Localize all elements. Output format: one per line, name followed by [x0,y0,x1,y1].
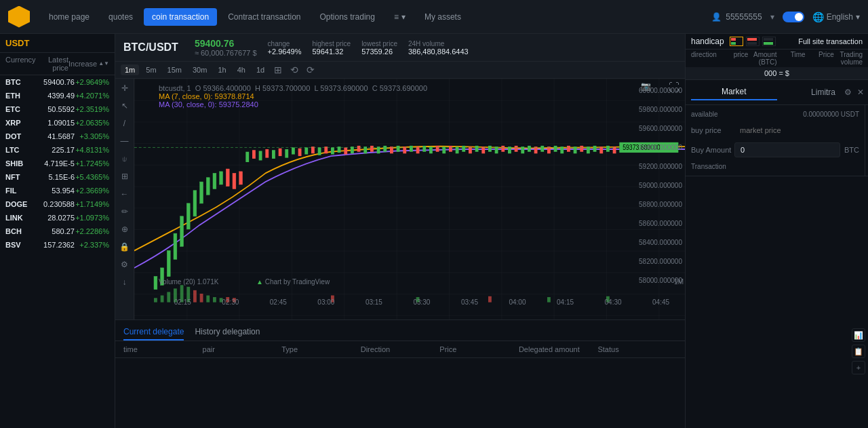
list-item[interactable]: SHIB 4.719E-5 +1.7245% [0,157,115,170]
coin-price: 50.5592 [40,105,75,113]
list-item[interactable]: FIL 53.954 +2.3669% [0,184,115,197]
coin-name: BTC [5,78,40,86]
lock-tool[interactable]: 🔒 [118,240,132,254]
orderbook-full-view[interactable] [730,37,743,46]
chart-logo-icon: ▲ [256,278,263,286]
svg-rect-15 [239,172,243,184]
list-item[interactable]: ETH 4399.49 +4.2071% [0,89,115,102]
back-tool[interactable]: ← [118,187,132,201]
trash-tool[interactable]: ↓ [118,275,132,289]
right-panel: handicap [685,34,868,428]
svg-rect-29 [331,147,334,154]
coin-price: 0.230588 [40,200,75,208]
chart-container: ✛ ↖ / — ⍦ ⊞ ← ✏ ⊕ 🔒 ⚙ ↓ btcu [115,79,685,319]
nav-quotes[interactable]: quotes [100,8,141,26]
svg-rect-95 [747,38,757,41]
orderbook-bid-view[interactable] [762,37,776,46]
svg-rect-97 [764,38,773,41]
zoom-tool[interactable]: ⊕ [118,222,132,236]
y-axis-label: 59200.000000 [633,163,682,170]
list-item[interactable]: BCH 580.27 +2.2286% [0,225,115,238]
chart-tool-icon[interactable]: ⊞ [271,64,285,75]
chart-header: BTC/USDT 59400.76 ≈ 60,000.767677 $ chan… [115,34,685,62]
list-item[interactable]: LINK 28.0275 +1.0973% [0,211,115,225]
orderbook-ask-view[interactable] [746,37,760,46]
add-icon[interactable]: + [852,361,865,374]
nav-my-assets[interactable]: My assets [416,8,469,26]
table-header-cell: time [123,345,203,353]
list-item[interactable]: DOT 41.5687 +3.305% [0,130,115,143]
trend-line-tool[interactable]: / [118,117,132,130]
svg-rect-61 [540,146,544,152]
theme-toggle[interactable] [783,12,804,22]
list-item[interactable]: LTC 225.17 +4.8131% [0,143,115,157]
chart-tool-icon[interactable]: ⟲ [288,64,301,75]
timeframe-button[interactable]: 1m [121,64,139,75]
sell-amount-row: sell amount BTC [865,140,868,160]
y-axis-label: 60000.000000 [633,87,682,94]
sell-price-row: sell price [865,121,868,140]
coin-price: 225.17 [40,146,75,154]
price-display: 59400.76 ≈ 60,000.767677 $ [195,38,257,57]
timeframe-button[interactable]: 1d [252,64,269,75]
buy-price-input[interactable] [734,123,859,137]
svg-rect-67 [580,146,583,152]
svg-rect-11 [213,173,216,189]
x-axis-label: 03:45 [461,298,478,306]
nav-coin-transaction[interactable]: coin transaction [144,8,217,26]
coin-price: 5.15E-6 [40,173,75,181]
bottom-tab[interactable]: History delegation [195,324,260,341]
list-item[interactable]: XRP 1.09015 +2.0635% [0,116,115,130]
list-item[interactable]: BSV 157.2362 +2.337% [0,238,115,252]
x-axis-label: 04:30 [605,298,622,306]
chevron-down-icon[interactable]: ▾ [770,12,774,22]
logo-icon [8,6,30,28]
tab-market[interactable]: Market [691,84,777,100]
chart-tools: ✛ ↖ / — ⍦ ⊞ ← ✏ ⊕ 🔒 ⚙ ↓ [115,79,134,319]
timeframe-button[interactable]: 15m [163,64,186,75]
measure-tool[interactable]: ⊞ [118,170,132,183]
chart-icon[interactable]: 📊 [852,328,865,342]
nav-more[interactable]: ≡ ▾ [386,8,414,26]
buy-amount-input[interactable] [734,142,840,157]
svg-rect-31 [344,147,347,154]
tab-extra[interactable]: tra [826,87,835,97]
nav-home[interactable]: home page [41,8,98,26]
settings-icon[interactable]: ⚙ [844,87,852,97]
coin-change: +2.337% [75,241,109,249]
crosshair-tool[interactable]: ✛ [118,81,132,95]
y-axis-label: 59400.000000 [633,144,682,151]
list-item[interactable]: ETC 50.5592 +2.3519% [0,102,115,116]
list-item[interactable]: BTC 59400.76 +2.9649% [0,75,115,89]
timeframe-button[interactable]: 4h [233,64,250,75]
nav-right: 👤 55555555 ▾ 🌐 English ▾ [711,12,860,22]
list-item[interactable]: NFT 5.15E-6 +5.4365% [0,170,115,184]
timeframe-button[interactable]: 5m [142,64,160,75]
list-item[interactable]: DOGE 0.230588 +1.7149% [0,197,115,211]
cursor-tool[interactable]: ↖ [118,99,132,113]
handicap-view-icons [730,37,776,46]
settings-tool[interactable]: ⚙ [118,258,132,271]
horizontal-line-tool[interactable]: — [118,134,132,148]
chart-tool-icon[interactable]: ⟳ [304,64,317,75]
close-val: 59373.690000 [380,84,427,92]
svg-rect-23 [292,147,295,154]
nav-options-trading[interactable]: Options trading [312,8,383,26]
coin-name: LTC [5,146,40,154]
nav-contract-transaction[interactable]: Contract transaction [220,8,309,26]
fibonacci-tool[interactable]: ⍦ [118,152,132,166]
buy-amount-label: Buy Amount [691,146,732,154]
timeframe-button[interactable]: 1h [214,64,230,75]
y-axis-label: 59800.000000 [633,106,682,113]
pencil-tool[interactable]: ✏ [118,205,132,218]
chart-ohlc-info: btcusdt, 1 O 59366.400000 H 59373.700000… [159,84,427,109]
close-icon[interactable]: ✕ [857,87,864,97]
bottom-tab[interactable]: Current delegate [123,324,184,341]
buy-price-row: buy price [686,121,865,140]
timeframe-button[interactable]: 30m [189,64,211,75]
svg-rect-22 [285,149,288,158]
language-selector[interactable]: 🌐 English ▾ [812,12,860,22]
svg-rect-39 [397,146,400,152]
list-icon[interactable]: 📋 [852,345,865,358]
user-icon: 👤 [711,12,722,22]
